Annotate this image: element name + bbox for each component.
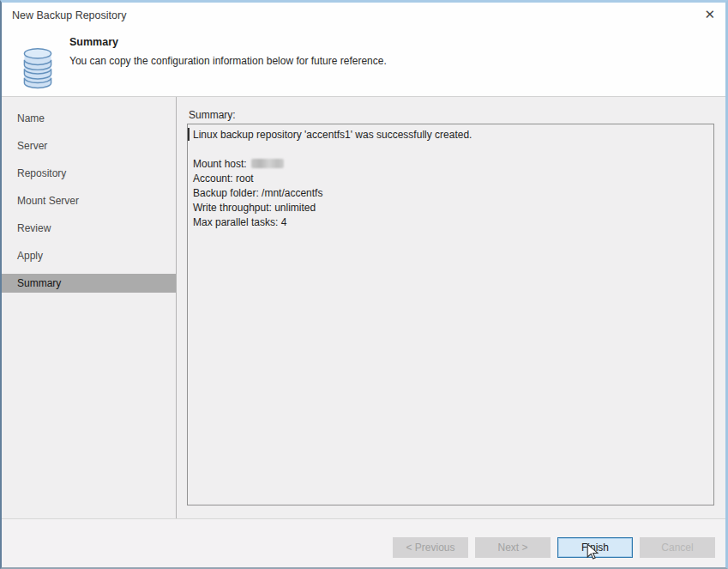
close-icon[interactable]: ✕ bbox=[704, 7, 715, 22]
summary-line-account: Account: root bbox=[193, 172, 708, 186]
cancel-button[interactable]: Cancel bbox=[640, 537, 715, 558]
sidebar-item-repository[interactable]: Repository bbox=[2, 164, 176, 183]
sidebar-item-summary[interactable]: Summary bbox=[2, 274, 176, 293]
wizard-header: Summary You can copy the configuration i… bbox=[2, 26, 725, 97]
summary-panel: Summary: Linux backup repository 'accent… bbox=[177, 97, 725, 518]
summary-line-write-throughput: Write throughput: unlimited bbox=[193, 201, 708, 215]
summary-line-created: Linux backup repository 'accentfs1' was … bbox=[193, 128, 708, 142]
step-title: Summary bbox=[69, 36, 118, 48]
sidebar-item-review[interactable]: Review bbox=[2, 219, 176, 238]
step-description: You can copy the configuration informati… bbox=[69, 55, 387, 67]
window-title: New Backup Repository bbox=[12, 9, 126, 21]
summary-line-max-parallel-tasks: Max parallel tasks: 4 bbox=[193, 215, 708, 230]
button-row: < Previous Next > Finish Cancel bbox=[393, 537, 715, 558]
new-backup-repository-dialog: New Backup Repository ✕ Summary You can … bbox=[0, 0, 728, 569]
sidebar-item-apply[interactable]: Apply bbox=[2, 246, 176, 265]
sidebar-item-name[interactable]: Name bbox=[2, 109, 176, 128]
previous-button[interactable]: < Previous bbox=[393, 537, 468, 558]
wizard-steps-sidebar: Name Server Repository Mount Server Revi… bbox=[2, 97, 177, 518]
wizard-body: Name Server Repository Mount Server Revi… bbox=[2, 97, 725, 518]
summary-line-mount-host: Mount host: bbox=[193, 157, 708, 172]
finish-button[interactable]: Finish bbox=[557, 537, 633, 558]
text-caret bbox=[188, 128, 190, 141]
wizard-footer: < Previous Next > Finish Cancel bbox=[2, 518, 725, 567]
summary-box-label: Summary: bbox=[189, 109, 236, 121]
next-button[interactable]: Next > bbox=[475, 537, 551, 558]
sidebar-item-server[interactable]: Server bbox=[2, 136, 176, 155]
redacted-mount-host-value bbox=[251, 159, 284, 168]
database-stack-icon bbox=[19, 45, 57, 93]
summary-line-blank bbox=[193, 142, 708, 157]
title-bar: New Backup Repository ✕ bbox=[2, 3, 725, 26]
summary-line-backup-folder: Backup folder: /mnt/accentfs bbox=[193, 186, 708, 201]
sidebar-item-mount-server[interactable]: Mount Server bbox=[2, 191, 176, 210]
mount-host-label: Mount host: bbox=[193, 158, 247, 170]
summary-textbox[interactable]: Linux backup repository 'accentfs1' was … bbox=[187, 124, 714, 505]
